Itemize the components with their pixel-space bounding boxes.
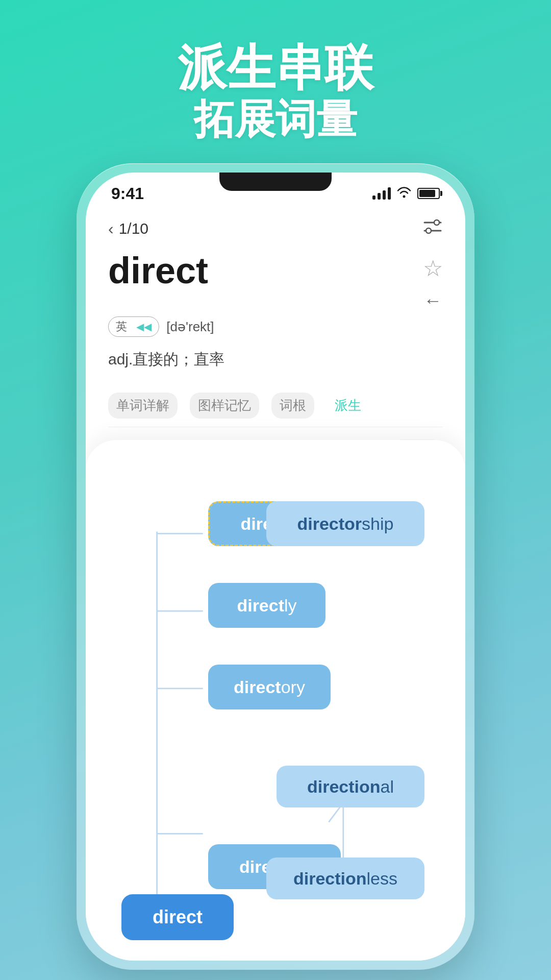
node-directly[interactable]: directly [208, 583, 325, 628]
header-line2: 拓展词量 [0, 95, 551, 144]
tab-bar[interactable]: 单词详解 图样记忆 词根 派生 [108, 393, 443, 427]
phone-notch [219, 173, 332, 191]
status-icons [372, 186, 440, 202]
wifi-icon [397, 186, 411, 202]
back-icon[interactable]: ‹ [108, 219, 114, 238]
svg-point-1 [434, 220, 439, 225]
node-directory[interactable]: directory [208, 665, 331, 709]
phone-screen: 9:41 [86, 173, 465, 961]
word-section: direct ☆ ← 英 ◀◀ [də'rekt] [108, 247, 443, 387]
tree-container: director directorship directly directory [106, 471, 445, 961]
node-directional[interactable]: directional [277, 766, 424, 807]
pronunciation-row: 英 ◀◀ [də'rekt] [108, 316, 443, 337]
tab-image-memory[interactable]: 图样记忆 [190, 393, 259, 419]
filter-icon[interactable] [422, 218, 443, 239]
header-section: 派生串联 拓展词量 [0, 0, 551, 164]
star-icon[interactable]: ☆ [423, 257, 443, 280]
back-word-icon[interactable]: ← [424, 290, 442, 311]
main-word: direct [108, 252, 208, 289]
pagination-label: 1/10 [119, 220, 148, 237]
word-definition: adj.直接的；直率 [108, 349, 443, 370]
app-content: ‹ 1/10 direct [86, 208, 465, 465]
header-line1: 派生串联 [0, 41, 551, 95]
node-directionless[interactable]: directionless [266, 857, 424, 899]
phone-outer-shell: 9:41 [77, 163, 474, 970]
phone-mockup: 9:41 [77, 163, 474, 970]
speaker-icon[interactable]: ◀◀ [136, 321, 152, 332]
tab-derivative[interactable]: 派生 [327, 393, 369, 419]
tab-word-detail[interactable]: 单词详解 [108, 393, 178, 419]
tab-root[interactable]: 词根 [271, 393, 314, 419]
phonetic-text: [də'rekt] [166, 319, 214, 335]
battery-icon [417, 188, 440, 199]
lang-badge[interactable]: 英 ◀◀ [108, 316, 159, 337]
node-root[interactable]: direct [121, 894, 234, 940]
nav-back[interactable]: ‹ 1/10 [108, 219, 148, 238]
word-tree-card: director directorship directly directory [86, 440, 465, 961]
node-directorship[interactable]: directorship [266, 501, 424, 546]
signal-icon [372, 187, 391, 200]
word-row: direct ☆ ← [108, 252, 443, 311]
svg-point-3 [426, 228, 431, 233]
status-time: 9:41 [111, 184, 144, 203]
nav-bar[interactable]: ‹ 1/10 [108, 208, 443, 247]
